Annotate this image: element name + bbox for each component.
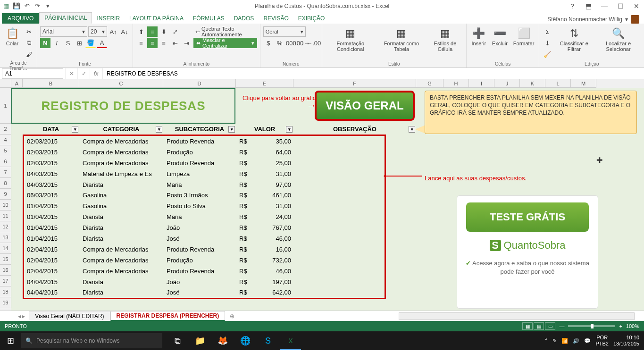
col-header-M[interactable]: M [571,79,596,88]
font-color-button[interactable]: A [97,38,107,48]
col-header-C[interactable]: C [79,79,163,88]
task-view-icon[interactable]: ⧉ [167,331,188,350]
tray-notif-icon[interactable]: 💬 [584,338,591,344]
tab-layout[interactable]: LAYOUT DA PÁGINA [125,13,188,24]
help-icon[interactable]: ? [567,2,578,10]
table-row[interactable]: 02/04/2015Compra de MercadoriasProduto R… [24,244,385,255]
table-row[interactable]: 01/04/2015DiaristaJoãoR$767,00 [24,222,385,233]
table-row[interactable]: 02/03/2015Compra de MercadoriasProduto R… [24,136,385,147]
filter-icon[interactable]: ▾ [156,126,162,133]
row-header-2[interactable]: 2 [0,124,11,135]
col-observacao[interactable]: OBSERVAÇÃO▾ [293,124,416,135]
col-header-E[interactable]: E [236,79,293,88]
user-dropdown-icon[interactable]: ▾ [625,16,628,23]
teste-gratis-button[interactable]: TESTE GRÁTIS [466,202,589,232]
cut-icon[interactable]: ✂ [24,26,34,37]
cells-area[interactable]: REGISTRO DE DESPESAS Clique para voltar … [11,88,644,311]
clear-icon[interactable]: 🧹 [542,49,552,59]
tab-data[interactable]: DADOS [229,13,259,24]
col-categoria[interactable]: CATEGORIA▾ [79,124,163,135]
row-header-11[interactable]: 11 [0,210,11,221]
table-row[interactable]: 02/04/2015Compra de MercadoriasProduto R… [24,266,385,277]
row-header-13[interactable]: 13 [0,232,11,243]
col-valor[interactable]: VALOR▾ [236,124,293,135]
row-header-4[interactable]: 4 [0,135,11,145]
row-header-15[interactable]: 15 [0,254,11,265]
formula-input[interactable]: REGISTRO DE DESPESAS [103,70,644,77]
filter-icon[interactable]: ▾ [409,126,415,133]
align-center-icon[interactable]: ≡ [147,38,158,48]
cond-format-button[interactable]: ▦Formatação Condicional [325,26,376,53]
filter-icon[interactable]: ▾ [72,126,78,133]
col-subcategoria[interactable]: SUBCATEGORIA▾ [163,124,236,135]
percent-icon[interactable]: % [275,38,285,48]
user-info[interactable]: Stêfano Nonnenmacher Willig ▾ [547,15,644,24]
format-painter-icon[interactable]: 🖌 [24,49,34,59]
zoom-level[interactable]: 100% [626,323,639,329]
tray-volume-icon[interactable]: 🔊 [573,338,579,344]
title-merged-cell[interactable]: REGISTRO DE DESPESAS [11,88,235,124]
decrease-font-icon[interactable]: A↓ [119,26,130,37]
col-header-J[interactable]: J [494,79,520,88]
start-button[interactable]: ⊞ [0,331,21,350]
row-header-19[interactable]: 19 [0,297,11,308]
filter-icon[interactable]: ▾ [286,126,293,133]
col-header-D[interactable]: D [163,79,236,88]
row-header-5[interactable]: 5 [0,145,11,156]
maximize-icon[interactable]: ☐ [615,2,626,10]
table-row[interactable]: 01/04/2015DiaristaJoséR$46,00 [24,233,385,244]
accept-formula-icon[interactable]: ✓ [78,68,90,79]
row-header-14[interactable]: 14 [0,243,11,254]
wrap-text-button[interactable]: ↩Quebrar Texto Automaticamente [193,26,257,37]
align-right-icon[interactable]: ≡ [159,38,169,48]
row-header-1[interactable]: 1 [0,88,11,124]
currency-icon[interactable]: $ [263,38,274,48]
avatar[interactable] [631,15,639,24]
table-row[interactable]: 01/04/2015GasolinaPosto do SilvaR$31,00 [24,201,385,211]
find-select-button[interactable]: 🔍Localizar e Selecionar [595,26,641,53]
cell-styles-button[interactable]: ▦Estilos de Célula [427,26,463,53]
autosum-icon[interactable]: Σ [542,26,552,37]
col-header-K[interactable]: K [520,79,545,88]
row-header-10[interactable]: 10 [0,200,11,210]
tab-nav[interactable]: ◂ ▸ [14,313,29,320]
row-header-16[interactable]: 16 [0,265,11,276]
save-icon[interactable]: 💾 [12,2,21,10]
row-header-6[interactable]: 6 [0,156,11,167]
fill-color-button[interactable]: 🪣 [85,38,96,48]
qat-more-icon[interactable]: ▾ [43,2,52,10]
tray-clock[interactable]: 10:10 13/10/2015 [613,335,639,347]
font-size-selector[interactable]: 20▾ [88,26,107,37]
paste-button[interactable]: 📋 Colar [3,26,22,47]
col-header-F[interactable]: F [293,79,416,88]
zoom-in-icon[interactable]: + [619,323,622,329]
table-row[interactable]: 04/03/2015Material de Limpeza e EsLimpez… [24,168,385,179]
tray-network-icon[interactable]: 📶 [561,338,568,344]
row-header-7[interactable]: 7 [0,167,11,178]
insert-button[interactable]: ➕Inserir [469,26,488,47]
table-row[interactable]: 01/04/2015DiaristaMariaR$24,00 [24,211,385,222]
table-row[interactable]: 04/03/2015DiaristaMariaR$97,00 [24,179,385,190]
underline-button[interactable]: S [63,38,73,48]
horizontal-scrollbar[interactable] [399,312,635,320]
font-selector[interactable]: Arial▾ [40,26,87,37]
tab-home[interactable]: PÁGINA INICIAL [39,12,92,24]
col-data[interactable]: DATA▾ [23,124,79,135]
sheet-tab-visao[interactable]: Visão Geral (NÃO EDITAR) [29,311,110,320]
align-middle-icon[interactable]: ≡ [147,26,158,37]
col-header-L[interactable]: L [545,79,571,88]
tab-review[interactable]: REVISÃO [259,13,293,24]
orientation-icon[interactable]: ⤢ [170,26,180,37]
redo-icon[interactable]: ↷ [33,2,42,10]
delete-button[interactable]: ➖Excluir [490,26,510,47]
align-top-icon[interactable]: ⬆ [136,26,146,37]
excel-taskbar-icon[interactable]: x [280,331,301,350]
skype-icon[interactable]: S [258,331,278,350]
tab-view[interactable]: EXIBIÇÃO [293,13,330,24]
decrease-indent-icon[interactable]: ⇤ [170,38,180,48]
row-header-17[interactable]: 17 [0,276,11,286]
table-row[interactable]: 04/04/2015DiaristaJoãoR$197,00 [24,277,385,287]
increase-indent-icon[interactable]: ⇥ [181,38,192,48]
row-header-9[interactable]: 9 [0,189,11,200]
align-bottom-icon[interactable]: ⬇ [159,26,169,37]
